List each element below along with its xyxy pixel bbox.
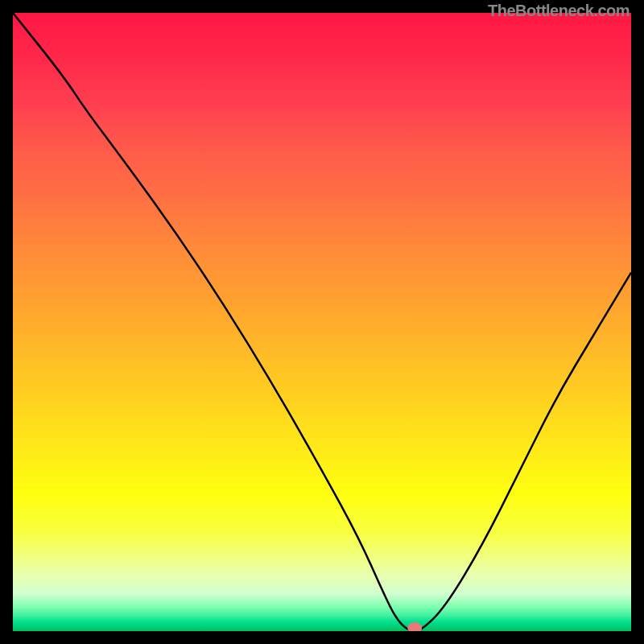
- curve-svg: [13, 13, 631, 631]
- optimal-marker: [407, 622, 422, 631]
- plot-area: [13, 13, 631, 631]
- chart-container: TheBottleneck.com: [0, 0, 644, 644]
- bottleneck-curve: [13, 13, 631, 631]
- attribution-text: TheBottleneck.com: [488, 2, 630, 20]
